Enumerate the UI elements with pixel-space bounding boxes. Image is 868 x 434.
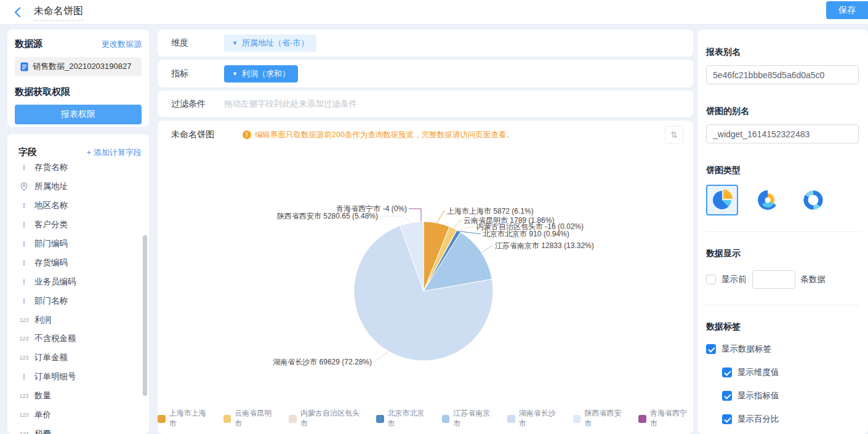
field-item[interactable]: 123税费 (7, 424, 149, 434)
field-item[interactable]: 123不含税金额 (7, 329, 149, 348)
legend-item[interactable]: 云南省昆明市 (223, 408, 278, 429)
show-metric-text: 显示指标值 (737, 390, 779, 401)
show-percent-checkbox[interactable] (722, 414, 732, 424)
legend-item[interactable]: 内蒙古自治区包头市 (289, 408, 365, 429)
field-item[interactable]: I存货编码 (7, 253, 149, 272)
file-icon (20, 62, 28, 71)
fields-scrollbar[interactable] (143, 235, 147, 396)
legend-item[interactable]: 北京市北京市 (376, 408, 431, 429)
field-item[interactable]: I存货名称 (7, 161, 149, 177)
metric-tag[interactable]: ▼利润（求和） (224, 65, 298, 82)
field-name: 利润 (34, 315, 51, 326)
legend-swatch (638, 415, 646, 423)
report-alias-input[interactable] (706, 65, 859, 84)
filter-row: 过滤条件 拖动左侧字段到此处来添加过滤条件 (158, 90, 693, 117)
filter-dropzone[interactable]: 拖动左侧字段到此处来添加过滤条件 (224, 98, 357, 110)
field-item[interactable]: I客户分类 (7, 215, 149, 235)
datasource-item[interactable]: 销售数据_20210203190827 (15, 57, 142, 76)
data-display-label: 数据显示 (706, 248, 859, 259)
pie-type-option-ring[interactable] (797, 185, 829, 215)
field-name: 单价 (34, 409, 51, 420)
change-datasource-link[interactable]: 更改数据源 (102, 39, 142, 50)
show-data-label-text: 显示数据标签 (721, 344, 771, 355)
field-item[interactable]: I业务员编码 (7, 272, 149, 291)
number-field-icon: 123 (18, 317, 30, 323)
legend-item[interactable]: 湖南省长沙市 (507, 408, 562, 429)
ring-pie-icon (802, 189, 824, 211)
field-name: 客户分类 (34, 219, 68, 230)
dimension-tag[interactable]: ▼所属地址（省-市） (224, 34, 316, 52)
pie-type-option-rose[interactable] (752, 185, 784, 215)
legend-label: 云南省昆明市 (235, 408, 278, 429)
location-icon (18, 182, 30, 191)
field-name: 订单金额 (34, 352, 68, 363)
metric-label: 指标 (171, 68, 224, 79)
show-metric-checkbox[interactable] (722, 391, 732, 401)
legend-item[interactable]: 江苏省南京市 (442, 408, 497, 429)
field-name: 税费 (34, 428, 51, 434)
datasource-label: 数据源 (15, 38, 42, 50)
show-dimension-checkbox[interactable] (722, 368, 732, 377)
sort-button[interactable]: ⇅ (665, 126, 683, 144)
legend-label: 内蒙古自治区包头市 (300, 408, 365, 429)
show-top-count-input[interactable] (752, 270, 795, 289)
field-name: 所属地址 (34, 181, 68, 192)
legend-label: 北京市北京市 (388, 408, 431, 429)
field-item[interactable]: I订单明细号 (7, 368, 149, 387)
text-field-icon: I (18, 201, 30, 211)
label-leader-line (409, 209, 421, 222)
show-top-checkbox[interactable] (706, 275, 716, 284)
pie-chart[interactable]: 上海市上海市 5872 (6.1%)云南省昆明市 1789 (1.86%)内蒙古… (158, 121, 693, 434)
legend-item[interactable]: 陕西省西安市 (573, 408, 628, 429)
field-item[interactable]: 123数量 (7, 387, 149, 406)
warning-icon: ! (243, 131, 251, 139)
field-item[interactable]: 123订单金额 (7, 348, 149, 368)
chevron-down-icon: ▼ (232, 40, 238, 46)
filter-label: 过滤条件 (171, 98, 224, 110)
pie-solid-icon (711, 189, 733, 211)
legend-item[interactable]: 青海省西宁市 (638, 408, 693, 429)
sort-arrows-icon: ⇅ (670, 130, 678, 140)
field-item[interactable]: 123单价 (7, 406, 149, 425)
legend-swatch (573, 415, 581, 423)
number-field-icon: 123 (18, 431, 30, 434)
data-label-section: 数据标签 (706, 321, 859, 332)
pie-data-label: 江苏省南京市 12833 (13.32%) (495, 241, 594, 250)
datasource-panel: 数据源 更改数据源 销售数据_20210203190827 数据获取权限 报表权… (7, 30, 149, 127)
field-item[interactable]: I部门名称 (7, 291, 149, 310)
legend-label: 青海省西宁市 (650, 408, 693, 429)
legend-swatch (376, 415, 384, 423)
show-top-suffix: 条数据 (801, 274, 826, 285)
show-data-label-checkbox[interactable] (706, 344, 716, 354)
field-item[interactable]: I部门编码 (7, 235, 149, 254)
pie-alias-input[interactable] (706, 124, 859, 143)
pie-type-option-pie[interactable] (706, 185, 738, 215)
chevron-down-icon: ▼ (232, 71, 238, 77)
label-leader-line (481, 246, 493, 252)
field-item[interactable]: I地区名称 (7, 196, 149, 215)
datasource-name: 销售数据_20210203190827 (33, 61, 131, 72)
legend-swatch (507, 415, 515, 423)
page-title[interactable]: 未命名饼图 (34, 5, 83, 21)
pie-data-label: 陕西省西安市 5280.65 (5.48%) (277, 212, 378, 220)
field-name: 存货编码 (34, 257, 68, 268)
legend-swatch (158, 415, 166, 423)
fields-panel: 字段 + 添加计算字段 I存货名称所属地址I地区名称I客户分类I部门编码I存货编… (7, 134, 149, 434)
pie-type-label: 饼图类型 (706, 165, 859, 176)
chart-title: 未命名饼图 (171, 129, 214, 140)
settings-panel: 报表别名 饼图的别名 饼图类型 (697, 30, 868, 434)
field-item[interactable]: 123利润 (7, 310, 149, 329)
number-field-icon: 123 (18, 336, 30, 342)
pie-data-label: 北京市北京市 910 (0.94%) (483, 230, 569, 238)
legend-item[interactable]: 上海市上海市 (158, 408, 212, 429)
report-permission-button[interactable]: 报表权限 (15, 105, 142, 124)
legend-label: 陕西省西安市 (584, 408, 627, 429)
pie-chart-editor: 未命名饼图 保存 数据源 更改数据源 销售数据_20210203190827 数… (0, 0, 868, 434)
show-dimension-text: 显示维度值 (737, 367, 779, 378)
save-button[interactable]: 保存 (826, 1, 868, 19)
label-leader-line (437, 211, 446, 223)
field-item[interactable]: 所属地址 (7, 177, 149, 196)
back-button[interactable] (12, 7, 23, 18)
label-leader-line (453, 220, 462, 228)
add-calc-field-link[interactable]: + 添加计算字段 (87, 147, 142, 158)
